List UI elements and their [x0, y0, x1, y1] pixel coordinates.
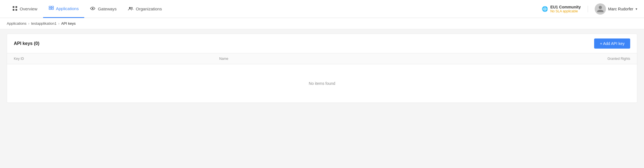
svg-rect-7: [52, 8, 54, 10]
svg-rect-5: [52, 6, 54, 8]
organizations-label: Organizations: [136, 6, 162, 11]
svg-rect-0: [13, 6, 14, 8]
main-content: API keys (0) + Add API key Key ID Name G…: [7, 34, 637, 103]
col-name: Name: [219, 57, 425, 61]
community-info: 🌐 EU1 Community No SLA applicable: [542, 5, 581, 13]
user-section[interactable]: Marc Rudorfer ▾: [595, 3, 637, 15]
breadcrumb-current: API keys: [61, 21, 75, 26]
svg-point-8: [92, 8, 94, 9]
community-sla: No SLA applicable: [550, 9, 581, 13]
svg-rect-3: [15, 9, 17, 11]
breadcrumb-sep-1: ›: [28, 21, 29, 26]
gateways-icon: [90, 6, 96, 12]
col-key-id: Key ID: [14, 57, 219, 61]
nav-right: 🌐 EU1 Community No SLA applicable Marc R…: [542, 3, 637, 15]
community-text: EU1 Community No SLA applicable: [550, 5, 581, 13]
svg-point-12: [131, 7, 133, 9]
nav-organizations[interactable]: Organizations: [122, 0, 168, 18]
nav-overview[interactable]: Overview: [7, 0, 43, 18]
breadcrumb: Applications › testapplikation1 › API ke…: [0, 18, 644, 29]
empty-state: No items found: [7, 64, 637, 103]
gateways-label: Gateways: [98, 6, 117, 11]
nav-left: Overview Applications: [7, 0, 542, 18]
chevron-down-icon: ▾: [636, 7, 637, 11]
section-title: API keys (0): [14, 41, 39, 46]
add-api-key-button[interactable]: + Add API key: [594, 38, 630, 49]
organizations-icon: [128, 6, 134, 12]
globe-icon: 🌐: [542, 6, 548, 12]
applications-icon: [49, 6, 54, 11]
top-navigation: Overview Applications: [0, 0, 644, 18]
col-rights: Granted Rights: [425, 57, 630, 61]
overview-label: Overview: [20, 6, 37, 11]
applications-label: Applications: [56, 6, 79, 11]
breadcrumb-sep-2: ›: [58, 21, 59, 26]
svg-rect-4: [49, 6, 51, 8]
nav-divider: [588, 6, 588, 12]
svg-point-11: [129, 7, 131, 9]
svg-rect-2: [13, 9, 14, 11]
user-name: Marc Rudorfer: [608, 7, 633, 11]
breadcrumb-app-name[interactable]: testapplikation1: [31, 21, 56, 26]
svg-rect-1: [15, 6, 17, 8]
avatar: [595, 3, 606, 15]
section-header: API keys (0) + Add API key: [7, 34, 637, 53]
table-header: Key ID Name Granted Rights: [7, 53, 637, 64]
community-name: EU1 Community: [550, 5, 581, 9]
empty-state-message: No items found: [309, 81, 335, 86]
svg-rect-6: [49, 8, 51, 10]
breadcrumb-applications[interactable]: Applications: [7, 21, 26, 26]
overview-icon: [12, 6, 17, 12]
nav-gateways[interactable]: Gateways: [84, 0, 122, 18]
nav-applications[interactable]: Applications: [43, 0, 85, 18]
